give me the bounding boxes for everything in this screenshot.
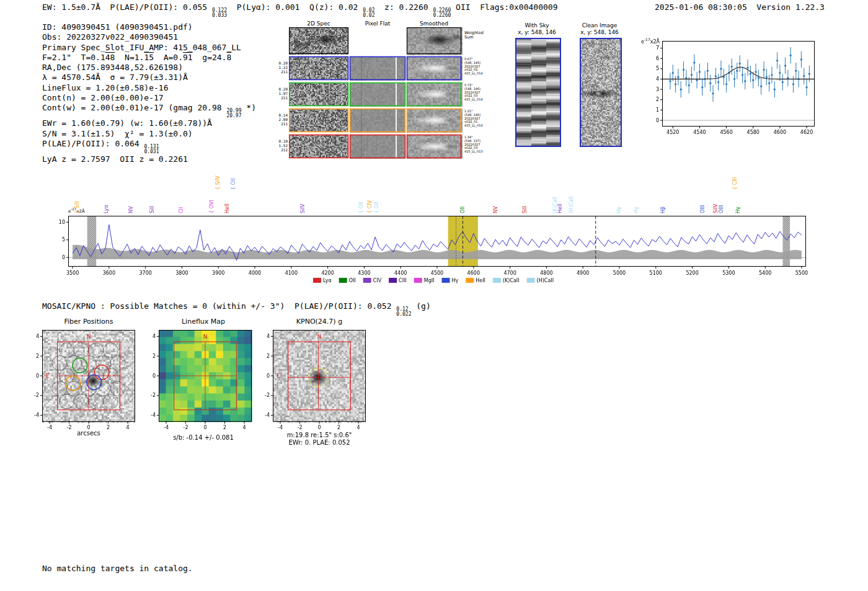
cutout-col-title-2dspec: 2D Spec	[289, 20, 348, 27]
clean-image-coords: x, y: 548, 146	[572, 29, 627, 35]
info-line: Cont(w) = 2.00(±0.01)e-17 (gmag 20.98 20…	[42, 103, 256, 118]
stacked-uncertainty: 0.1310.031	[144, 144, 159, 154]
lineflux-map-title: Lineflux Map	[157, 318, 250, 326]
stacked-uncertainty: 0.22600.2260	[433, 8, 451, 18]
kpno-xlabel-1: m:19.8 re:1.5" s:0.6"	[264, 432, 375, 438]
info-line: Cont(n) = 2.00(±0.00)e-17	[42, 93, 256, 103]
info-line: S/N = 3.1(±1.5) χ² = 1.3(±0.0)	[42, 129, 256, 139]
detection-info-block: ID: 4090390451 (4090390451.pdf)Obs: 2022…	[42, 22, 256, 164]
uncertainty-lower: 0.033	[212, 13, 227, 18]
uncertainty-lower: 0.022	[396, 312, 411, 317]
overlined-value: 91	[183, 53, 193, 62]
mosaic-kpno-summary-line: MOSAIC/KPNO : Possible Matches = 0 (with…	[42, 301, 431, 317]
cutout-col-title-pixelflat: Pixel Flat	[350, 20, 405, 27]
uncertainty-lower: 0.2260	[433, 13, 451, 18]
stacked-uncertainty: 20.9920.97	[226, 109, 241, 118]
fiber-xlabel: arcsecs	[42, 430, 135, 437]
cutout-col-title-smoothed: Smoothed	[407, 20, 461, 27]
stacked-uncertainty: 0.120.022	[396, 307, 411, 317]
kpno-image-panel	[255, 327, 370, 430]
2d-row-right-label: Weighted Sum	[464, 31, 493, 40]
2d-row-right-label: 0.72" (548, 146) 20220327 v022_03 415_LL…	[464, 84, 493, 102]
with-sky-cutout	[515, 38, 561, 147]
overlined-value: 8	[226, 53, 231, 62]
info-line: F=2.1" T=0.148 N=1.15 A=0.91 g=24.8	[42, 53, 256, 63]
uncertainty-lower: 0.02	[363, 13, 374, 18]
header-datetime-version: 2025-01-06 08:30:05 Version 1.22.3	[655, 2, 825, 12]
with-sky-title: With Sky	[508, 22, 565, 29]
fiber-positions-panel	[25, 327, 140, 430]
info-line: Primary Spec_Slot_IFU_AMP: 415_048_067_L…	[42, 43, 256, 53]
2d-row-left-label: 0.20 1.22 211	[272, 61, 288, 74]
footer-notes: No matching targets in catalog. Row inte…	[42, 543, 193, 591]
elixer-report-page: EW: 1.5±0.7Å P(LAE)/P(OII): 0.055 0.1220…	[0, 0, 868, 591]
clean-image-title: Clean Image	[572, 22, 627, 29]
lineflux-map-panel	[141, 327, 256, 430]
kpno-xlabel-2: EWr: 0. PLAE: 0.052	[264, 439, 375, 446]
info-line: P(LAE)/P(OII): 0.064 0.1310.031	[42, 139, 256, 154]
2d-row-left-label: 0.20 1.97 211	[272, 87, 288, 100]
info-line: λ = 4570.54Å σ = 7.79(±3.31)Å	[42, 73, 256, 82]
2d-row-left-label: 0.10 1.52 212	[272, 139, 288, 152]
2d-row-right-label: 1.34" (548, 137) 20220327 v022_03 415_LL…	[464, 136, 493, 154]
clean-image-cutout	[580, 38, 622, 147]
stacked-uncertainty: 0.1220.033	[212, 8, 227, 18]
info-line: LineFlux = 1.20(±0.58)e-16	[42, 83, 256, 93]
line-fit-plot	[637, 32, 818, 143]
overlined-value: 15	[144, 53, 154, 62]
kpno-panel-title: KPNO(24.7) g	[273, 318, 366, 326]
2d-row-right-label: 0.67" (548, 146) 20220327 v022_02 415_LL…	[464, 58, 493, 76]
footer-line-1: No matching targets in catalog.	[42, 564, 193, 574]
stacked-uncertainty: 0.020.02	[363, 8, 374, 18]
2d-spec-cutout-grid	[289, 27, 463, 159]
uncertainty-lower: 20.97	[226, 113, 241, 118]
with-sky-coords: x, y: 548, 146	[508, 29, 565, 35]
overlined-value: 48	[105, 53, 115, 62]
2d-row-right-label: 1.21" (548, 146) 20220327 v022_01 415_LL…	[464, 110, 493, 128]
info-line: ID: 4090390451 (4090390451.pdf)	[42, 22, 256, 32]
full-spectrum-plot	[55, 162, 817, 287]
info-line: EWr = 1.60(±0.79) (w: 1.60(±0.78))Å	[42, 118, 256, 128]
info-line: Obs: 20220327v022_4090390451	[42, 32, 256, 42]
info-line: RA,Dec (175.893448,52.626198)	[42, 63, 256, 73]
fiber-positions-title: Fiber Positions	[42, 318, 135, 326]
uncertainty-lower: 0.031	[144, 149, 159, 154]
header-summary-line: EW: 1.5±0.7Å P(LAE)/P(OII): 0.055 0.1220…	[42, 2, 557, 18]
2d-row-left-label: 0.14 2.00 211	[272, 113, 288, 126]
lineflux-xlabel: s/b: -0.14 +/- 0.081	[148, 434, 259, 441]
